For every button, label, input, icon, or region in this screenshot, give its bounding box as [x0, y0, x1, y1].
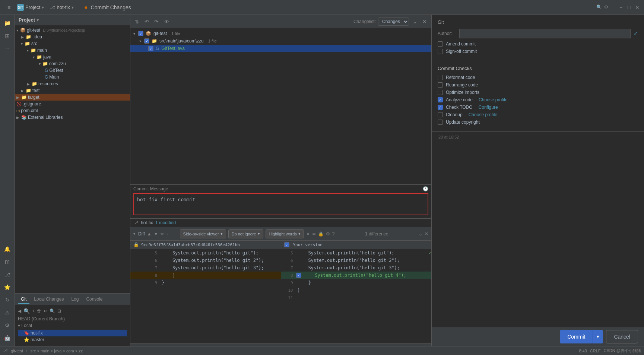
delete-branch-icon[interactable]: 🗑: [37, 308, 41, 314]
undo-icon[interactable]: ↶: [143, 18, 150, 25]
changelist-select[interactable]: Changes: [378, 18, 409, 26]
nav-down-icon[interactable]: ▼: [154, 231, 158, 237]
tree-item-gitignore[interactable]: 🚫 .gitignore: [15, 101, 130, 107]
add-branch-icon[interactable]: +: [32, 308, 35, 314]
activity-more-icon[interactable]: ···: [2, 43, 13, 54]
amend-commit-checkbox[interactable]: [438, 41, 443, 47]
line-include-checkbox[interactable]: ✓: [296, 273, 301, 278]
activity-notifications-icon[interactable]: 🔔: [2, 244, 13, 254]
diff-settings-icon[interactable]: ⚙: [326, 231, 330, 237]
activity-star-icon[interactable]: ⭐: [2, 282, 13, 292]
expand-btn[interactable]: ⌄: [411, 18, 419, 25]
cleanup-profile-link[interactable]: Choose profile: [469, 112, 497, 117]
tree-item-main-java[interactable]: G Main: [15, 74, 130, 80]
tree-item-resources[interactable]: ▶ 📁 resources: [15, 80, 130, 87]
branch-hot-fix[interactable]: 🔖 hot-fix: [18, 330, 127, 336]
tab-console[interactable]: Console: [83, 295, 105, 304]
tree-item-git-test[interactable]: ▾ 📦 git-test D:\Python\IdeaProjects\gi: [15, 27, 130, 34]
tree-item-test[interactable]: ▶ 📁 test: [15, 87, 130, 94]
activity-git-icon[interactable]: ⎇: [2, 269, 13, 280]
project-selector[interactable]: GT Project ▾: [17, 4, 44, 11]
tree-label: test: [32, 88, 39, 93]
update-icon[interactable]: ↩: [44, 308, 47, 314]
activity-folder-icon[interactable]: 📁: [2, 18, 13, 28]
diff-expand-icon[interactable]: ⌄: [419, 231, 422, 237]
commit-arrow-button[interactable]: ▾: [593, 330, 603, 343]
diff-help-icon[interactable]: ?: [332, 231, 335, 237]
tree-item-com-zzu[interactable]: ▾ 📁 com.zzu: [15, 60, 130, 67]
expand-icon[interactable]: ◀: [18, 308, 21, 314]
arrows-icon[interactable]: ⇅: [133, 18, 141, 25]
close-button[interactable]: ✕: [634, 4, 640, 10]
eye-icon[interactable]: 👁: [162, 18, 171, 25]
search2-icon[interactable]: 🔍: [50, 308, 55, 314]
modified-count[interactable]: 1 modified: [155, 220, 176, 225]
cleanup-checkbox[interactable]: [438, 112, 443, 117]
diff-arrows-icon[interactable]: ⇔: [312, 231, 316, 237]
activity-modules-icon[interactable]: ⊞: [2, 31, 13, 41]
tree-item-src[interactable]: ▾ 📁 src: [15, 40, 130, 47]
author-confirm-icon[interactable]: ✓: [634, 31, 638, 37]
cancel-button[interactable]: Cancel: [606, 330, 638, 343]
tab-git[interactable]: Git: [18, 295, 29, 304]
analyze-code-checkbox[interactable]: ✓: [438, 97, 443, 102]
branch-master[interactable]: ⭐ master: [18, 336, 127, 343]
check-todo-checkbox[interactable]: ✓: [438, 105, 443, 110]
arrow-left-icon[interactable]: ←: [166, 231, 171, 237]
rearrange-code-checkbox[interactable]: [438, 82, 443, 88]
highlight-selector[interactable]: Highlight words ▾: [266, 229, 304, 238]
tree-item-idea[interactable]: ▶ 📁 .idea: [15, 34, 130, 40]
activity-robot-icon[interactable]: 🤖: [2, 333, 13, 343]
check-todo-configure-link[interactable]: Configure: [479, 105, 498, 110]
activity-warning-icon[interactable]: ⚠: [2, 307, 13, 318]
file-tree-item-gittest-java[interactable]: ✓ G GitTest.java: [130, 45, 431, 52]
activity-settings2-icon[interactable]: ⚙: [2, 320, 13, 330]
checkbox-gittest[interactable]: ✓: [148, 46, 153, 51]
tree-item-java[interactable]: ▾ 📁 java: [15, 54, 130, 60]
hamburger-menu-icon[interactable]: ≡: [4, 2, 14, 13]
tree-item-main[interactable]: ▾ 📁 main: [15, 47, 130, 54]
left-scrollbar[interactable]: [130, 343, 281, 346]
settings-icon[interactable]: ⚙: [604, 4, 608, 10]
activity-collaboration-icon[interactable]: m: [2, 257, 13, 267]
activity-sync-icon[interactable]: ↻: [2, 295, 13, 305]
maximize-button[interactable]: □: [626, 4, 632, 10]
tab-log[interactable]: Log: [68, 295, 82, 304]
ignore-selector[interactable]: Do not ignore ▾: [228, 229, 263, 238]
tab-local-changes[interactable]: Local Changes: [31, 295, 67, 304]
minimize-button[interactable]: −: [618, 4, 624, 10]
file-tree-item-git-test[interactable]: ▾ ✓ 📦 git-test 1 file: [130, 30, 431, 37]
commit-button[interactable]: Commit: [560, 330, 593, 343]
right-scrollbar[interactable]: [281, 343, 432, 346]
diff-close-icon[interactable]: ✕: [306, 231, 310, 237]
diff-panel-close-icon[interactable]: ✕: [425, 231, 428, 237]
tree-item-target[interactable]: ▶ 📁 target: [15, 94, 130, 101]
tree-item-gittest[interactable]: G GitTest: [15, 67, 130, 74]
tree-item-pomxml[interactable]: m pom.xml: [15, 107, 130, 114]
search-git-icon[interactable]: 🔍: [23, 308, 30, 314]
analyze-code-profile-link[interactable]: Choose profile: [479, 97, 507, 102]
optimize-imports-checkbox[interactable]: [438, 90, 443, 95]
diff-lock-icon[interactable]: 🔒: [318, 231, 324, 237]
checkbox-src[interactable]: ✓: [144, 38, 149, 44]
viewer-selector[interactable]: Side-by-side viewer ▾: [180, 229, 226, 238]
search-icon[interactable]: 🔍: [596, 4, 602, 10]
file-tree-item-src[interactable]: ▾ ✓ 📁 src\main\java\com\zzu 1 file: [130, 37, 431, 45]
update-copyright-checkbox[interactable]: [438, 120, 443, 125]
redo-icon[interactable]: ↷: [153, 18, 160, 25]
arrow-right-icon[interactable]: →: [173, 231, 178, 237]
branch-selector[interactable]: ⎇ hot-fix ▾: [50, 4, 73, 10]
commit-message-input[interactable]: hot-fix first commit: [133, 193, 428, 215]
pencil-icon[interactable]: ✏: [161, 231, 164, 237]
nav-up-icon[interactable]: ▲: [147, 231, 152, 237]
checkbox-git-test[interactable]: ✓: [138, 31, 143, 36]
diff-icon[interactable]: ⊟: [57, 308, 61, 314]
author-input[interactable]: [459, 29, 631, 38]
close-toolbar-btn[interactable]: ✕: [421, 18, 428, 25]
your-version-checkbox[interactable]: ✓: [284, 242, 289, 247]
reformat-code-checkbox[interactable]: [438, 75, 443, 80]
history-icon[interactable]: 🕐: [423, 186, 428, 191]
branch-name: master: [31, 337, 44, 342]
signoff-commit-checkbox[interactable]: [438, 49, 443, 54]
tree-item-external-libs[interactable]: ▶ 📚 External Libraries: [15, 114, 130, 121]
